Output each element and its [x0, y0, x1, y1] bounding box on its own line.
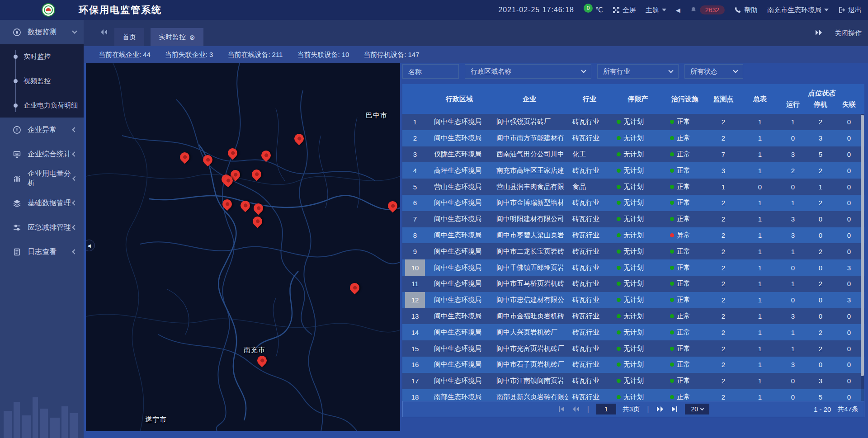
- cell-facility-status: 正常: [665, 264, 705, 272]
- map-panel[interactable]: ◀ 巴中市南充市遂宁市: [86, 63, 400, 431]
- first-page-button[interactable]: [557, 406, 566, 412]
- status-dot: [617, 347, 621, 351]
- next-page-button[interactable]: [656, 406, 664, 412]
- table-row[interactable]: 18 南部生态环境局 南部县新兴页岩砖有限公 砖瓦行业 无计划 正常 2 1 0…: [402, 389, 864, 401]
- page-size-select[interactable]: 20: [685, 404, 709, 414]
- cell-region: 阆中生态环境局: [428, 296, 491, 304]
- sidebar-item-video-monitoring[interactable]: 视频监控: [0, 69, 84, 93]
- org-menu[interactable]: 南充市生态环境局: [767, 6, 829, 14]
- table-row[interactable]: 1 阆中生态环境局 阆中强锐页岩砖厂 砖瓦行业 无计划 正常 2 1 1 2 0: [402, 114, 864, 130]
- double-arrow-right-icon: [815, 29, 823, 36]
- double-arrow-right-icon: [656, 406, 664, 412]
- tabs-scroll-left-button[interactable]: [100, 29, 108, 37]
- table-row[interactable]: 15 阆中生态环境局 阆中市光富页岩机砖厂 砖瓦行业 无计划 正常 2 1 1 …: [402, 340, 864, 357]
- scrollbar-thumb[interactable]: [861, 115, 864, 376]
- sidebar-item-data-monitoring[interactable]: 数据监测: [0, 20, 84, 44]
- table-row[interactable]: 13 阆中生态环境局 阆中市金福旺页岩机砖 砖瓦行业 无计划 正常 2 1 3 …: [402, 308, 864, 325]
- status-filter-select[interactable]: 所有状态: [684, 64, 743, 79]
- table-row[interactable]: 11 阆中生态环境局 阆中市五马桥页岩机砖 砖瓦行业 无计划 正常 2 1 1 …: [402, 276, 864, 292]
- row-index[interactable]: 10: [405, 259, 425, 276]
- tab-realtime-monitoring[interactable]: 实时监控 ⊗: [151, 28, 203, 46]
- row-index[interactable]: 16: [405, 357, 425, 373]
- notifications[interactable]: 2632: [690, 5, 725, 14]
- table-row[interactable]: 4 高坪生态环境局 南充市高坪区王家店建 砖瓦行业 无计划 正常 3 1 2 2…: [402, 162, 864, 179]
- mute-speaker-icon[interactable]: ◀: [676, 7, 680, 14]
- sidebar-item-enterprise-statistics[interactable]: 企业综合统计: [0, 142, 84, 166]
- row-index[interactable]: 14: [405, 324, 425, 340]
- table-row[interactable]: 16 阆中生态环境局 阆中市石子页岩机砖厂 砖瓦行业 无计划 正常 2 1 3 …: [402, 357, 864, 373]
- name-filter-field[interactable]: [402, 64, 459, 79]
- table-row[interactable]: 14 阆中生态环境局 阆中大兴页岩机砖厂 砖瓦行业 无计划 正常 2 1 1 2…: [402, 324, 864, 340]
- cell-company: 南充市高坪区王家店建: [491, 166, 568, 175]
- row-index[interactable]: 6: [405, 195, 425, 211]
- row-index[interactable]: 13: [405, 308, 425, 325]
- table-row[interactable]: 12 阆中生态环境局 阆中市忠信建材有限公 砖瓦行业 无计划 正常 2 1 0 …: [402, 292, 864, 308]
- row-index[interactable]: 2: [405, 130, 425, 146]
- tab-home[interactable]: 首页: [114, 28, 144, 46]
- cell-lost: 0: [834, 167, 864, 174]
- cell-points: 2: [705, 215, 741, 223]
- filter-bar: 行政区域名称 所有行业 所有状态: [402, 64, 864, 79]
- fullscreen-button[interactable]: 全屏: [613, 6, 636, 14]
- cell-industry: 砖瓦行业: [568, 134, 611, 142]
- col-stop: 停限产: [611, 84, 665, 114]
- sidebar-item-enterprise-anomaly[interactable]: 企业异常: [0, 118, 84, 142]
- logout-button[interactable]: 退出: [838, 6, 862, 14]
- row-index[interactable]: 7: [405, 211, 425, 227]
- status-dot: [617, 314, 621, 318]
- row-index[interactable]: 4: [405, 162, 425, 179]
- last-page-button[interactable]: [670, 406, 679, 412]
- table-row[interactable]: 3 仪陇生态环境局 西南油气田分公司川中 化工 无计划 正常 7 1 3 5 0: [402, 146, 864, 163]
- help-button[interactable]: 帮助: [734, 6, 758, 14]
- row-index[interactable]: 17: [405, 373, 425, 389]
- row-index[interactable]: 1: [405, 114, 425, 130]
- table-scrollbar[interactable]: [861, 114, 864, 401]
- sidebar-item-power-load-detail[interactable]: 企业电力负荷明细: [0, 93, 84, 118]
- pagination-bar: | 1 共3页 | 20 1 - 20 共47条: [402, 401, 864, 417]
- status-dot: [617, 185, 621, 189]
- sidebar-item-realtime-monitoring[interactable]: 实时监控: [0, 44, 84, 69]
- table-row[interactable]: 5 营山生态环境局 营山县润丰肉食品有限 食品 无计划 正常 1 0 0 1 0: [402, 179, 864, 195]
- close-operations-button[interactable]: 关闭操作: [835, 29, 862, 38]
- name-filter-input[interactable]: [408, 68, 453, 75]
- status-dot: [617, 152, 621, 156]
- sidebar-item-log-view[interactable]: 日志查看: [0, 240, 84, 264]
- table-row[interactable]: 2 阆中生态环境局 阆中市南方节能建材有 砖瓦行业 无计划 正常 2 1 0 3…: [402, 130, 864, 146]
- cell-company: 阆中市五马桥页岩机砖: [491, 279, 568, 288]
- theme-menu[interactable]: 主题: [646, 6, 666, 14]
- col-facility: 治污设施: [665, 84, 705, 114]
- cell-facility-status: 正常: [665, 134, 705, 142]
- cell-industry: 砖瓦行业: [568, 328, 611, 337]
- close-tab-icon[interactable]: ⊗: [189, 34, 195, 41]
- cell-lost: 3: [834, 264, 864, 272]
- status-dot: [617, 298, 621, 302]
- sidebar-item-base-data[interactable]: 基础数据管理: [0, 191, 84, 215]
- row-index[interactable]: 12: [405, 292, 425, 308]
- cell-lost: 3: [834, 296, 864, 304]
- prev-page-button[interactable]: [572, 406, 580, 412]
- industry-filter-select[interactable]: 所有行业: [597, 64, 679, 79]
- table-row[interactable]: 9 阆中生态环境局 阆中市二龙长宝页岩砖 砖瓦行业 无计划 正常 2 1 1 2…: [402, 243, 864, 259]
- current-page-input[interactable]: 1: [596, 404, 616, 414]
- cell-lost: 0: [834, 199, 864, 207]
- datetime: 2021-02-25 17:46:18: [498, 6, 574, 14]
- table-row[interactable]: 10 阆中生态环境局 阆中千佛镇五郎垭页岩 砖瓦行业 无计划 正常 2 1 0 …: [402, 259, 864, 276]
- row-index[interactable]: 8: [405, 227, 425, 244]
- region-filter-select[interactable]: 行政区域名称: [465, 64, 591, 79]
- sidebar-item-power-analysis[interactable]: 企业用电量分析: [0, 166, 84, 191]
- table-row[interactable]: 7 阆中生态环境局 阆中明阳建材有限公司 砖瓦行业 无计划 正常 2 1 3 0…: [402, 211, 864, 227]
- row-index[interactable]: 3: [405, 146, 425, 163]
- row-index[interactable]: 9: [405, 243, 425, 259]
- tabs-scroll-right-button[interactable]: [815, 29, 823, 37]
- table-row[interactable]: 17 阆中生态环境局 阆中市江南镇阆南页岩 砖瓦行业 无计划 正常 2 1 0 …: [402, 373, 864, 389]
- chevron-left-icon: [72, 200, 77, 205]
- table-row[interactable]: 8 阆中生态环境局 阆中市枣碧大梁山页岩 砖瓦行业 无计划 异常 2 1 3 0…: [402, 227, 864, 244]
- top-header: 环保用电监管系统 2021-02-25 17:46:18 0 ℃ 全屏 主题 ◀: [0, 0, 868, 20]
- cell-region: 阆中生态环境局: [428, 377, 491, 385]
- row-index[interactable]: 15: [405, 340, 425, 357]
- sidebar-item-emergency-reduction[interactable]: 应急减排管理: [0, 215, 84, 240]
- row-index[interactable]: 11: [405, 276, 425, 292]
- table-row[interactable]: 6 阆中生态环境局 阆中市金博瑞新型墙材 砖瓦行业 无计划 正常 2 1 1 2…: [402, 195, 864, 211]
- row-index[interactable]: 18: [405, 389, 425, 401]
- row-index[interactable]: 5: [405, 179, 425, 195]
